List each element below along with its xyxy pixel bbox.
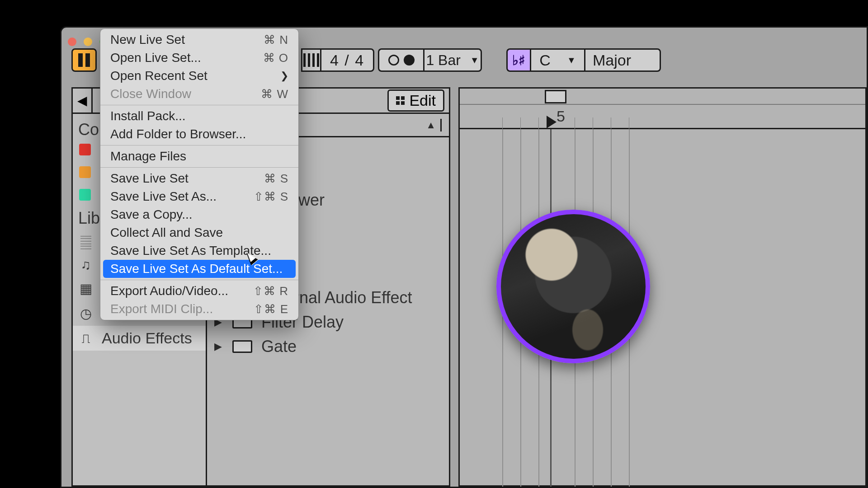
grid-icon (396, 96, 405, 105)
loop-brace[interactable] (545, 90, 566, 103)
nav-back-button[interactable]: ◀ (73, 89, 93, 113)
menu-shortcut: ⇧⌘ S (254, 190, 288, 204)
menu-item: Close Window⌘ W (100, 85, 298, 103)
menu-shortcut: ⇧⌘ E (254, 302, 288, 316)
device-item[interactable]: ▶ Gate (207, 334, 449, 359)
menu-separator (100, 280, 298, 280)
minimize-icon[interactable] (84, 38, 92, 46)
transport-toggle[interactable] (71, 48, 97, 72)
key-scale-controls: ♭♯ C ▼ Major (506, 48, 661, 72)
menu-item[interactable]: Export Audio/Video...⇧⌘ R (100, 282, 298, 300)
triangle-up-icon: ▲ (426, 119, 436, 131)
device-icon (232, 340, 252, 353)
timeline-ruler[interactable] (460, 89, 865, 105)
chevron-down-icon: ▼ (567, 55, 576, 66)
quantize-dropdown[interactable]: 1 Bar ▼ (423, 48, 482, 72)
library-label: Audio Effects (102, 329, 192, 347)
menu-item[interactable]: Install Pack... (100, 107, 298, 125)
menu-item-label: Install Pack... (110, 109, 186, 123)
pads-icon: ▦ (78, 281, 94, 296)
collection-red[interactable] (79, 144, 91, 155)
eq-icon: ⎍ (78, 331, 94, 346)
menu-shortcut: ⌘ O (263, 51, 288, 65)
menu-item-label: Close Window (110, 87, 191, 101)
menu-item-label: Save a Copy... (110, 207, 193, 222)
menu-item-label: Manage Files (110, 149, 186, 164)
clock-icon: ◷ (78, 305, 94, 321)
scale-dropdown[interactable]: Major (584, 48, 661, 72)
library-item-audio-effects[interactable]: ⎍ Audio Effects (73, 326, 206, 351)
menu-item[interactable]: Collect All and Save (100, 224, 298, 242)
menu-shortcut: ⌘ S (264, 172, 288, 186)
menu-item-label: Save Live Set As... (110, 189, 217, 204)
cursor-bar-icon (440, 119, 442, 131)
beat-marker: 5 (557, 108, 565, 125)
playhead-icon[interactable] (547, 116, 557, 128)
edit-button[interactable]: Edit (387, 89, 444, 112)
menu-item[interactable]: Open Live Set...⌘ O (100, 49, 298, 67)
menu-item[interactable]: Save a Copy... (100, 206, 298, 224)
quantize-controls: 4 / 4 1 Bar ▼ (301, 48, 482, 72)
chevron-down-icon: ▼ (470, 55, 479, 66)
metronome-off-icon (388, 55, 399, 66)
menu-item-label: Open Live Set... (110, 51, 201, 65)
file-menu[interactable]: New Live Set⌘ NOpen Live Set...⌘ OOpen R… (100, 28, 299, 320)
menu-item-label: Save Live Set (110, 171, 189, 186)
menu-item[interactable]: Save Live Set As Default Set... (103, 260, 296, 278)
grid-icon[interactable] (301, 48, 320, 72)
menu-item[interactable]: Save Live Set As...⇧⌘ S (100, 188, 298, 206)
menu-item-label: Save Live Set As Default Set... (110, 262, 283, 276)
menu-item[interactable]: Save Live Set As Template... (100, 242, 298, 260)
pause-icon (78, 53, 90, 67)
menu-item[interactable]: Add Folder to Browser... (100, 125, 298, 143)
menu-separator (100, 167, 298, 168)
timeline-beat-ruler[interactable]: 5 (460, 105, 865, 129)
menu-item: Export MIDI Clip...⇧⌘ E (100, 300, 298, 318)
collection-green[interactable] (79, 189, 91, 201)
key-dropdown[interactable]: C ▼ (530, 48, 584, 72)
time-signature[interactable]: 4 / 4 (320, 48, 374, 72)
metronome-toggle[interactable] (378, 48, 423, 72)
menu-item-label: Export MIDI Clip... (110, 302, 213, 316)
menu-item[interactable]: Save Live Set⌘ S (100, 169, 298, 188)
note-icon: ♫ (78, 257, 94, 272)
menu-shortcut: ⌘ W (261, 87, 288, 101)
scale-value: Major (593, 52, 631, 69)
disclose-icon: ▶ (214, 341, 223, 352)
device-name: Gate (261, 337, 297, 356)
menu-item[interactable]: Open Recent Set❯ (100, 67, 298, 85)
menu-item-label: New Live Set (110, 33, 185, 47)
menu-item-label: Collect All and Save (110, 225, 223, 240)
menu-separator (100, 145, 298, 145)
chevron-right-icon: ❯ (280, 70, 288, 82)
quantize-value: 1 Bar (426, 52, 460, 69)
edit-label: Edit (409, 92, 436, 109)
key-value: C (539, 52, 551, 69)
menu-item[interactable]: New Live Set⌘ N (100, 31, 298, 49)
menu-item-label: Open Recent Set (110, 69, 208, 83)
collection-orange[interactable] (79, 166, 91, 178)
sharp-flat-toggle[interactable]: ♭♯ (506, 48, 530, 72)
menu-shortcut: ⌘ N (264, 33, 288, 47)
waveform-icon: 𝄛 (78, 234, 94, 250)
menu-item-label: Add Folder to Browser... (110, 127, 246, 141)
webcam-overlay (496, 210, 650, 363)
close-icon[interactable] (68, 38, 76, 46)
metronome-on-icon (404, 55, 415, 66)
menu-item-label: Export Audio/Video... (110, 284, 228, 298)
menu-separator (100, 105, 298, 105)
menu-shortcut: ⇧⌘ R (253, 284, 288, 298)
app-window: 4 / 4 1 Bar ▼ ♭♯ C ▼ Major ◀ Col (60, 26, 868, 488)
menu-item[interactable]: Manage Files (100, 147, 298, 165)
